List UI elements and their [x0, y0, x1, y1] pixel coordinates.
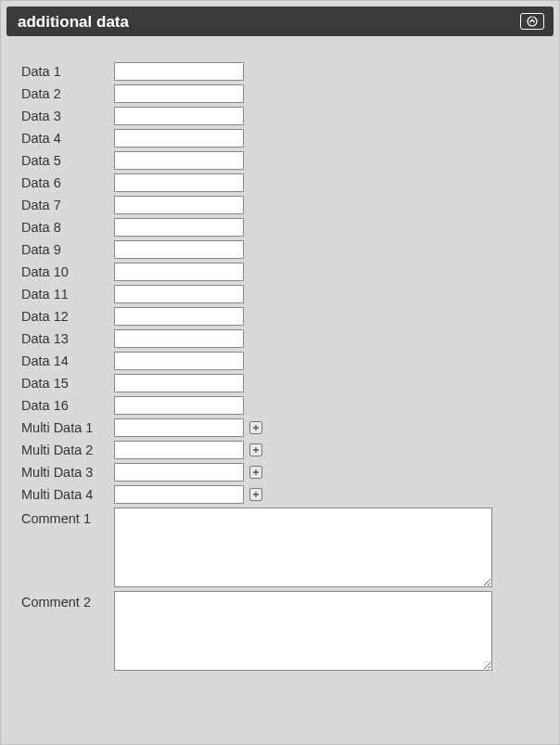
- data-14-input[interactable]: [114, 352, 244, 370]
- data-3-input[interactable]: [114, 107, 244, 125]
- field-label: Data 3: [21, 107, 114, 125]
- plus-icon: [252, 491, 260, 498]
- data-row: Data 10: [21, 263, 539, 281]
- data-row: Data 12: [21, 307, 539, 326]
- data-1-input[interactable]: [114, 62, 244, 81]
- field-label: Data 11: [21, 285, 114, 303]
- field-label: Data 7: [21, 196, 114, 214]
- data-row: Data 7: [21, 196, 539, 214]
- multi-data-row: Multi Data 4: [21, 485, 539, 504]
- data-row: Data 3: [21, 107, 539, 125]
- field-label: Multi Data 2: [21, 441, 114, 459]
- data-6-input[interactable]: [114, 173, 244, 192]
- field-label: Data 14: [21, 352, 114, 370]
- comment-row: Comment 1: [21, 507, 539, 587]
- data-row: Data 8: [21, 218, 539, 237]
- data-row: Data 14: [21, 352, 539, 370]
- chevron-up-icon: [527, 16, 538, 27]
- multi-data-row: Multi Data 3: [21, 463, 539, 482]
- data-row: Data 13: [21, 329, 539, 348]
- field-label: Data 9: [21, 240, 114, 259]
- plus-icon: [252, 469, 260, 476]
- panel-header: additional data: [6, 6, 554, 36]
- multi-data-3-input[interactable]: [114, 463, 244, 482]
- data-row: Data 11: [21, 285, 539, 303]
- multi-data-2-input[interactable]: [114, 441, 244, 459]
- field-label: Data 15: [21, 374, 114, 392]
- field-label: Data 2: [21, 84, 114, 103]
- field-label: Comment 1: [21, 507, 114, 528]
- field-label: Data 16: [21, 396, 114, 415]
- plus-icon: [252, 424, 260, 431]
- data-row: Data 16: [21, 396, 539, 415]
- field-label: Data 4: [21, 129, 114, 148]
- field-label: Data 1: [21, 62, 114, 81]
- plus-icon: [252, 446, 260, 454]
- multi-data-4-input[interactable]: [114, 485, 244, 504]
- data-row: Data 9: [21, 240, 539, 259]
- data-row: Data 2: [21, 84, 539, 103]
- multi-data-1-input[interactable]: [114, 418, 244, 437]
- data-5-input[interactable]: [114, 151, 244, 170]
- field-label: Data 5: [21, 151, 114, 170]
- data-13-input[interactable]: [114, 329, 244, 348]
- data-row: Data 6: [21, 173, 539, 192]
- data-8-input[interactable]: [114, 218, 244, 237]
- comment-row: Comment 2: [21, 591, 539, 671]
- add-multi-data-1-button[interactable]: [249, 421, 262, 434]
- field-label: Multi Data 4: [21, 485, 114, 504]
- data-row: Data 15: [21, 374, 539, 392]
- data-row: Data 4: [21, 129, 539, 148]
- field-label: Multi Data 3: [21, 463, 114, 482]
- data-12-input[interactable]: [114, 307, 244, 326]
- field-label: Data 8: [21, 218, 114, 237]
- add-multi-data-2-button[interactable]: [249, 443, 262, 456]
- multi-data-row: Multi Data 2: [21, 441, 539, 459]
- data-row: Data 1: [21, 62, 539, 81]
- field-label: Data 12: [21, 307, 114, 326]
- collapse-button[interactable]: [520, 13, 544, 30]
- data-15-input[interactable]: [114, 374, 244, 392]
- field-label: Data 10: [21, 263, 114, 281]
- data-16-input[interactable]: [114, 396, 244, 415]
- field-label: Multi Data 1: [21, 418, 114, 437]
- add-multi-data-4-button[interactable]: [249, 488, 262, 501]
- field-label: Data 6: [21, 173, 114, 192]
- data-2-input[interactable]: [114, 84, 244, 103]
- data-7-input[interactable]: [114, 196, 244, 214]
- data-row: Data 5: [21, 151, 539, 170]
- data-9-input[interactable]: [114, 240, 244, 259]
- svg-point-0: [528, 17, 537, 26]
- data-10-input[interactable]: [114, 263, 244, 281]
- add-multi-data-3-button[interactable]: [249, 466, 262, 479]
- panel-title: additional data: [18, 14, 129, 30]
- comment-1-textarea[interactable]: [114, 507, 492, 587]
- panel-body: Data 1 Data 2 Data 3 Data 4 Data 5 Data …: [6, 36, 554, 684]
- comment-2-textarea[interactable]: [114, 591, 492, 671]
- data-11-input[interactable]: [114, 285, 244, 303]
- data-4-input[interactable]: [114, 129, 244, 148]
- field-label: Comment 2: [21, 591, 114, 611]
- field-label: Data 13: [21, 329, 114, 348]
- multi-data-row: Multi Data 1: [21, 418, 539, 437]
- additional-data-panel: additional data Data 1 Data 2 Data 3 Dat…: [0, 0, 560, 745]
